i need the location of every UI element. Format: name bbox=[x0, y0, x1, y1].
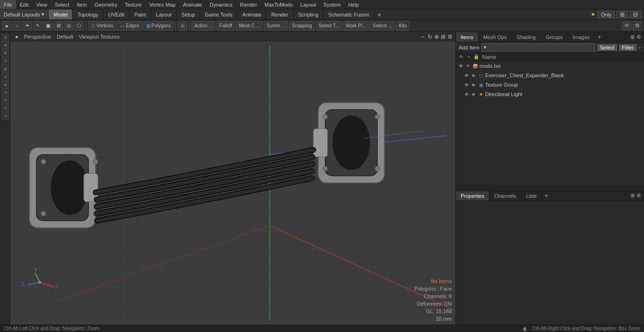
menu-geometry[interactable]: Geometry bbox=[91, 0, 121, 9]
panel-tab-items[interactable]: Items bbox=[456, 32, 479, 42]
col-eye-icon[interactable]: 👁 bbox=[458, 54, 464, 60]
sidebar-btn-f[interactable]: F bbox=[1, 113, 9, 120]
toolbar-pen-btn[interactable]: ✒ bbox=[23, 21, 32, 31]
sidebar-btn-dup[interactable]: D bbox=[1, 49, 9, 57]
sidebar-btn-e2[interactable]: E bbox=[1, 81, 9, 89]
select-button[interactable]: Select bbox=[597, 44, 618, 51]
toolbar-dot-btn[interactable]: ● bbox=[2, 21, 11, 31]
sidebar-btn-d[interactable]: D bbox=[1, 34, 9, 41]
menu-select[interactable]: Select bbox=[51, 0, 73, 9]
sidebar-btn-mes[interactable]: M bbox=[1, 65, 9, 73]
toolbar-circle-btn[interactable]: ○ bbox=[12, 21, 22, 31]
symm-button[interactable]: Symm ... bbox=[264, 21, 288, 31]
menu-system[interactable]: System bbox=[320, 0, 345, 9]
expand-modo[interactable]: ▼ bbox=[465, 63, 471, 69]
bottom-tab-properties[interactable]: Properties bbox=[456, 191, 489, 201]
menu-render[interactable]: Render bbox=[236, 0, 261, 9]
toolbar-select-btn[interactable]: ↖ bbox=[33, 21, 42, 31]
mesh-c-button[interactable]: Mesh C ... bbox=[236, 21, 263, 31]
menu-dynamics[interactable]: Dynamics bbox=[206, 0, 236, 9]
edges-button[interactable]: — Edges bbox=[117, 21, 142, 31]
layout-tab-schematic[interactable]: Schematic Fusion bbox=[323, 9, 374, 19]
sidebar-btn-pol[interactable]: P bbox=[1, 89, 9, 96]
toolbar-box2-btn[interactable]: ⊞ bbox=[54, 21, 63, 31]
menu-edit[interactable]: Edit bbox=[16, 0, 33, 9]
layout-tab-scripting[interactable]: Scripting bbox=[294, 9, 324, 19]
panel-tab-images[interactable]: Images bbox=[568, 32, 595, 42]
viewport-dot[interactable]: ● bbox=[13, 34, 20, 40]
layout-tab-render[interactable]: Render bbox=[266, 9, 293, 19]
menu-layout[interactable]: Layout bbox=[297, 0, 320, 9]
mode-icon-btn[interactable]: ⊙ bbox=[178, 21, 187, 31]
panel-tab-mesh-ops[interactable]: Mesh Ops bbox=[479, 32, 512, 42]
menu-view[interactable]: View bbox=[33, 0, 51, 9]
polygons-button[interactable]: ▦ Polygons bbox=[143, 21, 174, 31]
item-row-modo-lxo[interactable]: 👁 ▼ 📦 modo.lxo bbox=[456, 61, 644, 71]
bottom-tab-channels[interactable]: Channels bbox=[489, 191, 521, 201]
kits-button[interactable]: Kits bbox=[396, 21, 410, 31]
viewport-textures-label[interactable]: Viewport Textures bbox=[77, 34, 122, 40]
panel-maximize-icon[interactable]: ⊞ bbox=[630, 34, 635, 40]
collapse-button[interactable]: ⊟ bbox=[630, 11, 641, 18]
vis-icon-texture[interactable]: 👁 bbox=[463, 81, 470, 88]
select-t-button[interactable]: Select T... bbox=[316, 21, 342, 31]
sidebar-btn-c1[interactable]: C bbox=[1, 57, 9, 65]
layout-tab-setup[interactable]: Setup bbox=[177, 9, 200, 19]
viewport-settings-btn[interactable]: ⚙ bbox=[633, 21, 642, 31]
panel-tab-groups[interactable]: Groups bbox=[541, 32, 568, 42]
viewport-canvas[interactable]: X Y Z No Items Polygons : Face Channels:… bbox=[10, 41, 455, 324]
falloff-button[interactable]: Falloff bbox=[216, 21, 235, 31]
only-button[interactable]: Only bbox=[597, 11, 615, 18]
bottom-settings-icon[interactable]: ⚙ bbox=[636, 193, 641, 199]
minus-icon[interactable]: − bbox=[638, 45, 641, 50]
item-row-exerciser[interactable]: 👁 ▶ ⬡ Exerciser_Chest_Expander_Black bbox=[462, 71, 644, 80]
expand-texture[interactable]: ▶ bbox=[471, 82, 477, 88]
toolbar-box-btn[interactable]: ▣ bbox=[43, 21, 53, 31]
layout-tab-model[interactable]: Model bbox=[49, 9, 73, 19]
layout-tab-animate[interactable]: Animate bbox=[238, 9, 266, 19]
viewport-zoom-icon[interactable]: ⊕ bbox=[434, 33, 439, 40]
layout-tab-game-tools[interactable]: Game Tools bbox=[200, 9, 238, 19]
menu-item[interactable]: Item bbox=[73, 0, 91, 9]
vis-icon-exerciser[interactable]: 👁 bbox=[463, 72, 470, 79]
menu-file[interactable]: File bbox=[0, 0, 16, 9]
items-scrollbar[interactable] bbox=[456, 185, 644, 191]
item-row-dir-light[interactable]: 👁 ▶ ☀ Directional Light bbox=[462, 89, 644, 99]
selecti-button[interactable]: Selecti ... bbox=[370, 21, 395, 31]
item-row-texture-group[interactable]: 👁 ▶ ▣ Texture Group bbox=[462, 80, 644, 89]
panel-tab-shading[interactable]: Shading bbox=[512, 32, 541, 42]
menu-help[interactable]: Help bbox=[345, 0, 363, 9]
add-item-dropdown[interactable]: ▾ bbox=[481, 43, 595, 52]
snapping-button[interactable]: Snapping bbox=[289, 21, 314, 31]
viewport-move-icon[interactable]: ↔ bbox=[420, 33, 426, 40]
toolbar-ring-btn[interactable]: ◎ bbox=[64, 21, 74, 31]
viewport-grid-icon[interactable]: ⊞ bbox=[441, 33, 446, 40]
vis-icon-light[interactable]: 👁 bbox=[463, 91, 470, 97]
action-button[interactable]: Action ... bbox=[191, 21, 215, 31]
sidebar-btn-e1[interactable]: E bbox=[1, 42, 9, 49]
layout-tab-paint[interactable]: Paint bbox=[130, 9, 151, 19]
panel-settings-icon[interactable]: ⚙ bbox=[636, 34, 641, 40]
layout-tab-layout[interactable]: Layout bbox=[151, 9, 177, 19]
maximize-button[interactable]: ⊞ bbox=[617, 11, 628, 18]
vertices-button[interactable]: ⬡ Vertices bbox=[88, 21, 116, 31]
viewport-settings-icon[interactable]: ⚙ bbox=[447, 33, 453, 40]
viewport-reset-btn[interactable]: ⟳ bbox=[622, 21, 631, 31]
work-pl-button[interactable]: Work Pl... bbox=[343, 21, 369, 31]
default-layouts-dropdown[interactable]: Default Layouts ▾ bbox=[0, 9, 49, 19]
viewport-rotate-icon[interactable]: ↻ bbox=[428, 33, 432, 40]
bottom-tab-lists[interactable]: Lists bbox=[521, 191, 542, 201]
toolbar-shield-btn[interactable]: ⬡ bbox=[74, 21, 84, 31]
layout-tab-uvedit[interactable]: UVEdit bbox=[103, 9, 129, 19]
layout-tab-topology[interactable]: Topology bbox=[73, 9, 103, 19]
menu-vertex-map[interactable]: Vertex Map bbox=[146, 0, 180, 9]
expand-light[interactable]: ▶ bbox=[471, 91, 477, 97]
filter-button[interactable]: Filter bbox=[619, 44, 636, 51]
vis-icon-modo[interactable]: 👁 bbox=[458, 63, 464, 69]
bottom-panel-plus-button[interactable]: + bbox=[542, 192, 551, 199]
col-lock-icon[interactable]: 🔒 bbox=[473, 54, 479, 60]
menu-animate[interactable]: Animate bbox=[179, 0, 206, 9]
panel-tab-plus-button[interactable]: + bbox=[595, 32, 604, 42]
sidebar-btn-uv[interactable]: U bbox=[1, 105, 9, 112]
viewport-perspective-label[interactable]: Perspective bbox=[22, 34, 53, 40]
